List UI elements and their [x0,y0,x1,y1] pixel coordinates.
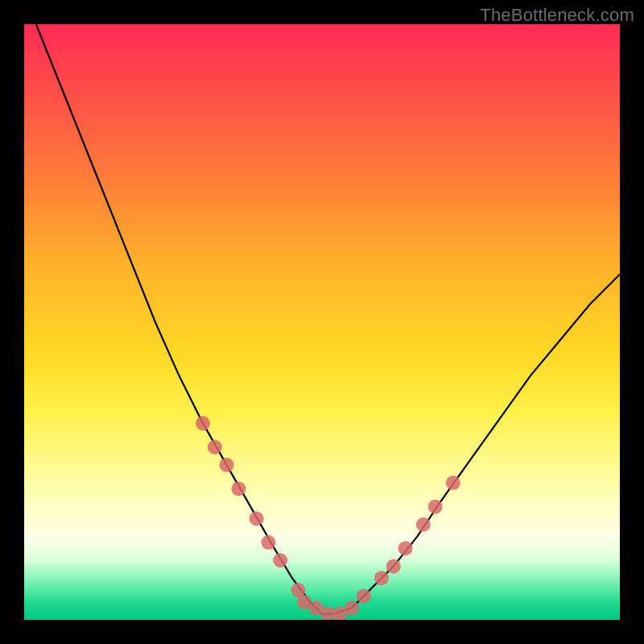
curve-marker [345,601,359,615]
bottleneck-curve [36,24,620,614]
curve-marker [428,499,443,514]
curve-marker [386,559,401,573]
curve-marker [357,588,371,603]
curve-marker [220,458,234,473]
chart-svg [24,24,620,620]
curve-markers [196,416,460,620]
curve-marker [374,571,389,585]
watermark-text: TheBottleneck.com [480,5,634,26]
curve-marker [273,553,287,568]
curve-marker [208,440,222,454]
curve-marker [416,518,431,532]
curve-marker [398,541,413,555]
chart-frame: TheBottleneck.com [0,0,644,644]
curve-marker [231,481,246,496]
chart-plot-area [24,24,620,620]
curve-marker [250,511,264,526]
curve-marker [261,535,275,550]
curve-marker [196,416,210,431]
curve-marker [446,476,460,490]
curve-path [36,24,620,614]
